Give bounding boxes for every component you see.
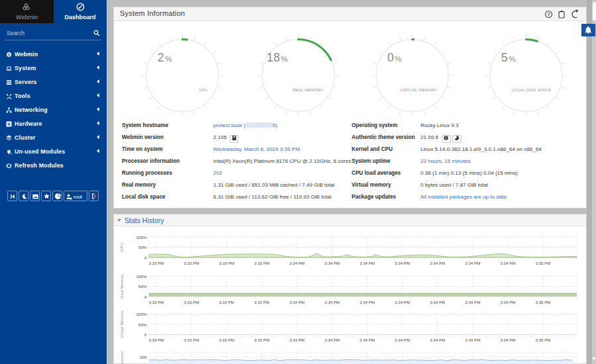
svg-text:3:34 PM: 3:34 PM (465, 300, 480, 304)
svg-text:LOCAL DISK SPACE: LOCAL DISK SPACE (511, 87, 551, 92)
svg-text:50%: 50% (138, 245, 147, 250)
svg-text:3:33 PM: 3:33 PM (219, 261, 234, 265)
svg-text:3:34 PM: 3:34 PM (324, 338, 340, 342)
svg-text:3:34 PM: 3:34 PM (465, 338, 480, 342)
svg-text:3:35 PM: 3:35 PM (535, 261, 550, 265)
svg-text:Virtual Memory: Virtual Memory (119, 310, 124, 338)
svg-text:Processes: Processes (119, 351, 124, 364)
svg-text:200: 200 (140, 355, 147, 359)
svg-text:3:34 PM: 3:34 PM (430, 261, 445, 265)
svg-text:100%: 100% (136, 235, 147, 240)
svg-text:3:34 PM: 3:34 PM (430, 338, 445, 342)
svg-text:3:33 PM: 3:33 PM (148, 261, 164, 265)
svg-text:3:33 PM: 3:33 PM (184, 338, 199, 342)
svg-text:3:34 PM: 3:34 PM (289, 261, 305, 265)
svg-text:3:33 PM: 3:33 PM (184, 300, 199, 304)
svg-text:CPU: CPU (119, 243, 124, 251)
svg-text:3:34 PM: 3:34 PM (395, 338, 410, 342)
svg-text:3:34 PM: 3:34 PM (395, 300, 410, 304)
svg-text:3:33 PM: 3:33 PM (148, 338, 164, 342)
svg-text:100%: 100% (136, 274, 147, 279)
svg-text:3:35 PM: 3:35 PM (535, 338, 550, 342)
svg-text:3:35 PM: 3:35 PM (535, 300, 550, 304)
svg-text:3:34 PM: 3:34 PM (360, 338, 375, 342)
svg-text:3:33 PM: 3:33 PM (184, 261, 199, 265)
svg-text:0: 0 (144, 295, 147, 299)
svg-text:0: 0 (144, 332, 147, 337)
svg-text:0: 0 (144, 255, 147, 260)
svg-text:3:34 PM: 3:34 PM (360, 300, 375, 304)
svg-text:REAL MEMORY: REAL MEMORY (293, 87, 323, 92)
svg-text:3:34 PM: 3:34 PM (500, 338, 515, 342)
svg-text:3:33 PM: 3:33 PM (254, 300, 270, 304)
svg-text:3:34 PM: 3:34 PM (289, 300, 305, 304)
svg-text:3:33 PM: 3:33 PM (254, 261, 270, 265)
svg-text:CPU: CPU (199, 87, 207, 92)
svg-text:100%: 100% (136, 312, 147, 316)
svg-text:3:34 PM: 3:34 PM (289, 338, 305, 342)
svg-text:3:33 PM: 3:33 PM (254, 338, 270, 342)
svg-text:3:34 PM: 3:34 PM (395, 261, 410, 265)
svg-text:3:34 PM: 3:34 PM (430, 300, 445, 304)
svg-text:?: ? (547, 11, 550, 17)
svg-text:3:34 PM: 3:34 PM (500, 300, 515, 304)
svg-text:VIRTUAL MEMORY: VIRTUAL MEMORY (400, 87, 438, 92)
svg-text:50%: 50% (138, 322, 147, 327)
svg-text:3:34 PM: 3:34 PM (324, 261, 340, 265)
svg-text:3:33 PM: 3:33 PM (219, 300, 234, 304)
svg-text:3:33 PM: 3:33 PM (219, 338, 234, 342)
svg-text:3:34 PM: 3:34 PM (465, 261, 480, 265)
svg-text:3:34 PM: 3:34 PM (360, 261, 375, 265)
svg-text:3:34 PM: 3:34 PM (324, 300, 340, 304)
svg-text:50%: 50% (138, 284, 147, 289)
svg-text:3:34 PM: 3:34 PM (500, 261, 515, 265)
svg-text:3:33 PM: 3:33 PM (148, 300, 164, 304)
svg-text:Real Memory: Real Memory (119, 273, 124, 298)
